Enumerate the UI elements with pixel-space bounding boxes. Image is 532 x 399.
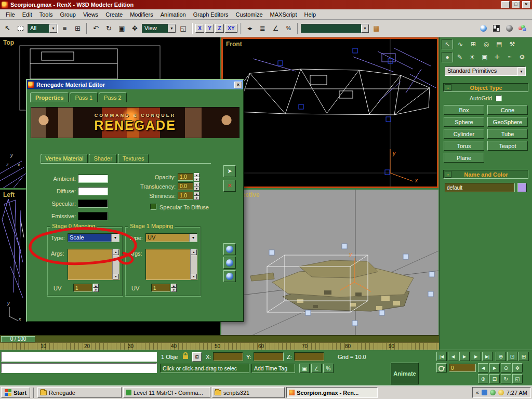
viewport-front[interactable]: Front: [221, 37, 438, 188]
utilities-tab-icon[interactable]: ⚒: [507, 39, 518, 49]
selection-lock-icon[interactable]: [183, 352, 188, 359]
rollout-object-type[interactable]: - Object Type: [443, 83, 528, 92]
zoom-in-button[interactable]: ⊕: [496, 352, 506, 361]
spin-down-icon[interactable]: ▼: [194, 196, 200, 200]
current-frame-field[interactable]: 0: [449, 364, 476, 372]
field-of-view-button[interactable]: ⊡: [489, 374, 500, 383]
geosphere-button[interactable]: GeoSphere: [487, 117, 528, 127]
reference-coordinate-combo[interactable]: View ▼: [142, 24, 176, 33]
pick-material-button[interactable]: ➤: [223, 165, 236, 177]
dropdown-arrow-icon[interactable]: ▼: [49, 24, 57, 33]
spin-down-icon[interactable]: ▼: [171, 288, 177, 292]
y-coordinate-field[interactable]: [254, 352, 284, 361]
spacewarps-category-icon[interactable]: ≈: [504, 52, 515, 62]
angle-snap-button[interactable]: ∠: [311, 364, 322, 373]
spin-down-icon[interactable]: ▼: [93, 288, 99, 292]
title-bar[interactable]: Scorpion.gmax - RenX - W3D Modeler Editi…: [0, 0, 532, 9]
snap-toggle-button[interactable]: ▣: [299, 364, 310, 373]
arc-rotate-button[interactable]: ↻: [501, 374, 511, 383]
minimize-button[interactable]: _: [501, 1, 510, 8]
lights-category-icon[interactable]: ☀: [467, 52, 478, 62]
restrict-x-button[interactable]: X: [195, 24, 204, 33]
snap-toggle-icon[interactable]: ▣: [116, 22, 128, 34]
network-icon[interactable]: [482, 390, 487, 395]
menu-animation[interactable]: Animation: [157, 10, 190, 19]
ambient-color-swatch[interactable]: [78, 175, 108, 183]
dialog-close-button[interactable]: ×: [234, 82, 242, 88]
sphere-button[interactable]: Sphere: [444, 117, 484, 127]
object-name-field[interactable]: default: [445, 183, 515, 192]
systems-category-icon[interactable]: ⚙: [516, 52, 528, 62]
next-key-button[interactable]: ▶: [489, 363, 500, 373]
spin-up-icon[interactable]: ▲: [194, 173, 200, 177]
absolute-offset-toggle-icon[interactable]: ⊞: [192, 352, 202, 362]
apply-material-button[interactable]: [223, 257, 236, 269]
dropdown-arrow-icon[interactable]: ▼: [361, 24, 369, 33]
tab-pass-2[interactable]: Pass 2: [99, 92, 127, 102]
named-selection-combo[interactable]: ▼: [301, 24, 369, 33]
render-type-icon[interactable]: [490, 22, 502, 34]
cone-button[interactable]: Cone: [487, 105, 528, 115]
shininess-spinner[interactable]: ▲▼: [194, 192, 200, 200]
delete-material-button[interactable]: ✕: [223, 180, 236, 192]
subtab-shader[interactable]: Shader: [89, 154, 116, 163]
stage-1-uv-field[interactable]: 1: [151, 284, 170, 292]
translucency-field[interactable]: 0.0: [178, 182, 193, 190]
menu-modifiers[interactable]: Modifiers: [126, 10, 157, 19]
mirror-icon[interactable]: ◀▶: [244, 22, 256, 34]
stage-1-args-field[interactable]: ▲ ▼: [145, 249, 197, 280]
spin-down-icon[interactable]: ▼: [194, 187, 200, 191]
object-color-swatch[interactable]: [517, 183, 527, 192]
menu-edit[interactable]: Edit: [19, 10, 36, 19]
time-slider-button[interactable]: 0 / 100: [1, 336, 35, 342]
menu-help[interactable]: Help: [301, 10, 320, 19]
track-bar[interactable]: 10 20 30 40 50 60 70 80 90: [0, 342, 439, 350]
taskbar-item-level11[interactable]: Level 11 MstrCf - Comma...: [123, 387, 210, 398]
geometry-category-icon[interactable]: ●: [442, 52, 453, 62]
add-time-tag-button[interactable]: Add Time Tag: [251, 364, 295, 373]
select-and-rotate-icon[interactable]: ↻: [103, 22, 115, 34]
tab-pass-1[interactable]: Pass 1: [70, 92, 98, 102]
hierarchy-tab-icon[interactable]: ⊞: [468, 39, 479, 49]
tube-button[interactable]: Tube: [487, 129, 528, 139]
torus-button[interactable]: Torus: [444, 141, 484, 151]
next-frame-button[interactable]: ▶: [471, 352, 481, 361]
time-slider-track[interactable]: 0 / 100: [0, 335, 439, 342]
rollout-name-and-color[interactable]: - Name and Color: [443, 170, 528, 179]
taskbar-item-scorpion-gmax[interactable]: Scorpion.gmax - Ren...: [286, 387, 378, 398]
helpers-category-icon[interactable]: ✛: [491, 52, 503, 62]
menu-tools[interactable]: Tools: [36, 10, 57, 19]
stage-1-uv-spinner[interactable]: ▲▼: [171, 284, 177, 292]
renegade-material-editor-dialog[interactable]: Renegade Material Editor × Properties Pa…: [26, 79, 244, 322]
menu-file[interactable]: File: [2, 10, 19, 19]
zoom-extents-button[interactable]: ⊞: [518, 352, 529, 361]
align-icon[interactable]: ≣: [257, 22, 269, 34]
quick-render-icon[interactable]: [503, 22, 515, 34]
stage-1-type-dropdown[interactable]: UV ▼: [145, 233, 197, 242]
translucency-spinner[interactable]: ▲▼: [194, 182, 200, 191]
plane-button[interactable]: Plane: [444, 153, 484, 163]
tab-properties[interactable]: Properties: [30, 92, 69, 102]
opacity-spinner[interactable]: ▲▼: [194, 173, 200, 181]
scroll-up-icon[interactable]: ▲: [113, 249, 119, 255]
dropdown-arrow-icon[interactable]: ▼: [189, 234, 197, 242]
stage-0-uv-field[interactable]: 1: [73, 284, 92, 292]
menu-group[interactable]: Group: [56, 10, 79, 19]
stage-0-uv-spinner[interactable]: ▲▼: [93, 284, 99, 292]
restrict-plane-button[interactable]: XY: [225, 24, 237, 33]
create-tab-icon[interactable]: ↖: [442, 39, 453, 49]
menu-create[interactable]: Create: [102, 10, 126, 19]
stage-0-args-scrollbar[interactable]: ▲ ▼: [112, 249, 119, 280]
shapes-category-icon[interactable]: ✎: [454, 52, 466, 62]
menu-views[interactable]: Views: [79, 10, 102, 19]
shininess-field[interactable]: 1.0: [178, 192, 193, 200]
restrict-y-button[interactable]: Y: [205, 24, 214, 33]
zoom-all-button[interactable]: ⊕: [478, 374, 488, 383]
dropdown-arrow-icon[interactable]: ▼: [168, 24, 176, 33]
start-button[interactable]: Start: [1, 387, 30, 398]
percent-snap-icon[interactable]: %: [283, 22, 295, 34]
subtab-textures[interactable]: Textures: [118, 154, 149, 163]
hide-tray-icons-button[interactable]: «: [476, 390, 479, 395]
render-scene-icon[interactable]: [516, 22, 528, 34]
selection-filter-combo[interactable]: All ▼: [28, 24, 58, 33]
